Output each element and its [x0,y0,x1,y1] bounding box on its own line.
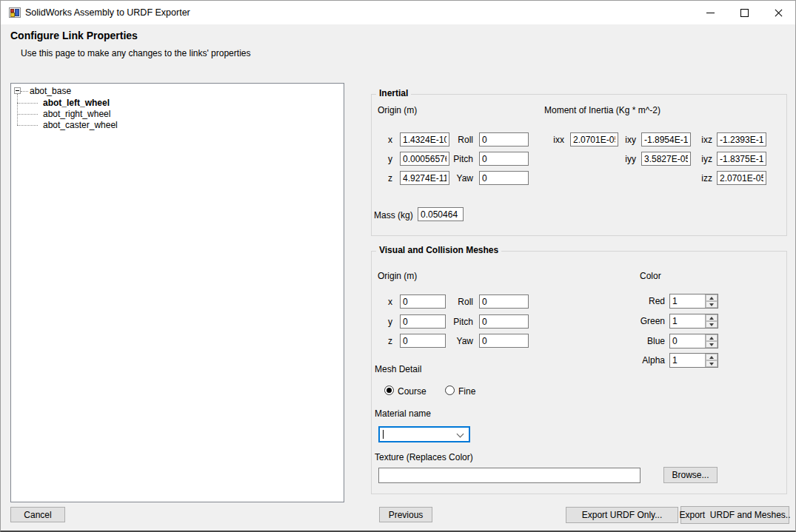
ixy-input[interactable] [641,132,691,147]
visual-origin-label: Origin (m) [378,271,417,281]
tree-line [17,103,38,104]
visual-y-label: y [381,317,392,327]
fine-radio[interactable] [445,385,455,395]
green-input[interactable] [670,314,704,328]
arrow-down-icon [709,363,714,366]
window-title: SolidWorks Assembly to URDF Exporter [25,7,190,18]
app-icon-blue-square [15,9,19,16]
inertial-pitch-input[interactable] [479,152,529,166]
tree-item-abot-caster-wheel[interactable]: abot_caster_wheel [43,120,118,130]
red-input[interactable] [670,294,704,308]
ixz-input[interactable] [717,132,766,147]
blue-spinner[interactable] [669,334,718,349]
minimize-button[interactable] [693,1,727,24]
collapse-icon[interactable] [14,87,21,94]
spin-down-button[interactable] [706,341,718,348]
course-radio-label[interactable]: Course [398,386,427,397]
arrow-down-icon [709,303,714,306]
tree-line [17,94,18,125]
tree-item-abot-right-wheel[interactable]: abot_right_wheel [43,109,110,119]
arrow-up-icon [709,317,714,320]
ixx-input[interactable] [570,132,618,147]
inertial-roll-input[interactable] [479,132,529,147]
page-subtitle: Use this page to make any changes to the… [21,48,250,58]
visual-group: Visual and Collision Meshes Origin (m) C… [371,251,787,494]
spin-up-button[interactable] [706,334,718,341]
spin-down-button[interactable] [706,321,718,328]
ixz-label: ixz [689,135,712,145]
text-caret [383,430,384,439]
red-spin-buttons [705,294,718,308]
green-spinner[interactable] [669,314,718,329]
material-name-select[interactable] [378,426,470,442]
title-bar[interactable]: SolidWorks Assembly to URDF Exporter [1,1,795,24]
page-title: Configure Link Properties [10,30,138,41]
tree-item-abot-base[interactable]: abot_base [30,86,71,96]
arrow-up-icon [709,356,714,359]
green-spin-buttons [705,314,718,328]
tree-item-abot-left-wheel[interactable]: abot_left_wheel [43,98,110,108]
browse-button[interactable]: Browse... [663,467,718,483]
inertial-origin-y-input[interactable] [400,152,449,166]
inertial-origin-x-input[interactable] [400,132,449,147]
alpha-input[interactable] [670,354,704,367]
izz-input[interactable] [717,171,766,185]
visual-group-title: Visual and Collision Meshes [376,245,501,255]
iyz-label: iyz [689,154,712,164]
visual-yaw-label: Yaw [444,336,473,346]
mesh-detail-label: Mesh Detail [375,364,421,374]
texture-path-input[interactable] [378,468,641,483]
spin-down-button[interactable] [706,360,718,367]
visual-pitch-input[interactable] [479,314,529,329]
export-urdf-and-meshes-button[interactable]: Export URDF and Meshes.. [680,506,789,524]
inertial-yaw-label: Yaw [444,173,473,183]
blue-input[interactable] [670,334,704,348]
link-tree[interactable]: abot_base abot_left_wheel abot_right_whe… [10,83,344,502]
visual-roll-label: Roll [444,297,473,307]
spin-up-button[interactable] [706,294,718,301]
arrow-down-icon [709,323,714,326]
visual-roll-input[interactable] [479,294,529,309]
app-icon-yellow-square [10,13,15,17]
course-radio[interactable] [384,385,394,395]
inertial-origin-z-input[interactable] [400,171,449,185]
maximize-button[interactable] [727,1,761,24]
close-button[interactable] [761,1,795,24]
inertial-roll-label: Roll [444,135,473,145]
maximize-icon [740,9,749,17]
tree-line [17,125,38,126]
iyz-input[interactable] [717,152,766,166]
alpha-label: Alpha [621,355,665,366]
visual-origin-z-input[interactable] [400,334,446,348]
chevron-down-icon [457,431,464,438]
arrow-up-icon [709,337,714,340]
visual-origin-x-input[interactable] [400,294,446,309]
spin-up-button[interactable] [706,354,718,360]
visual-yaw-input[interactable] [479,334,529,348]
cancel-button[interactable]: Cancel [10,507,65,522]
tree-line [17,114,38,115]
spin-down-button[interactable] [706,301,718,308]
close-icon [774,8,783,18]
alpha-spinner[interactable] [669,353,718,368]
fine-radio-label[interactable]: Fine [458,386,475,397]
inertial-x-label: x [381,135,392,145]
dialog-window: SolidWorks Assembly to URDF Exporter Con… [0,0,796,532]
minimize-icon [706,13,715,13]
app-icon [9,7,21,18]
export-urdf-only-button[interactable]: Export URDF Only... [566,507,678,523]
visual-origin-y-input[interactable] [400,314,446,329]
mass-input[interactable] [418,207,464,221]
material-name-label: Material name [375,408,431,419]
inertial-yaw-input[interactable] [479,171,529,185]
green-label: Green [621,316,665,326]
mass-label: Mass (kg) [374,210,413,220]
inertial-z-label: z [381,173,392,183]
spin-up-button[interactable] [706,314,718,321]
iyy-input[interactable] [641,152,691,166]
red-spinner[interactable] [669,294,718,309]
visual-z-label: z [381,336,392,346]
previous-button[interactable]: Previous [379,507,432,522]
blue-spin-buttons [705,334,718,348]
blue-label: Blue [621,336,665,346]
